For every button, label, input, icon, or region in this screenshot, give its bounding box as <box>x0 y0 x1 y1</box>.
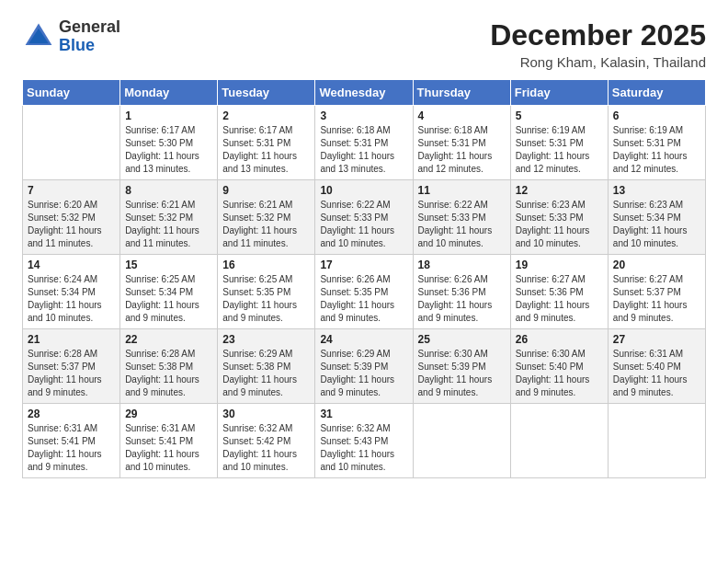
calendar-cell: 26Sunrise: 6:30 AM Sunset: 5:40 PM Dayli… <box>510 329 608 404</box>
day-number: 26 <box>516 333 603 346</box>
calendar-cell: 30Sunrise: 6:32 AM Sunset: 5:42 PM Dayli… <box>218 404 315 478</box>
day-number: 18 <box>418 259 506 271</box>
calendar-cell: 7Sunrise: 6:20 AM Sunset: 5:32 PM Daylig… <box>23 180 120 255</box>
day-number: 23 <box>222 333 310 346</box>
day-info: Sunrise: 6:22 AM Sunset: 5:33 PM Dayligh… <box>320 199 407 250</box>
day-info: Sunrise: 6:29 AM Sunset: 5:39 PM Dayligh… <box>320 348 407 399</box>
calendar-cell: 3Sunrise: 6:18 AM Sunset: 5:31 PM Daylig… <box>315 106 413 180</box>
weekday-header-friday: Friday <box>510 80 608 106</box>
day-info: Sunrise: 6:30 AM Sunset: 5:39 PM Dayligh… <box>418 348 506 399</box>
day-number: 6 <box>613 109 700 122</box>
day-number: 16 <box>222 259 310 271</box>
day-info: Sunrise: 6:26 AM Sunset: 5:35 PM Dayligh… <box>320 273 407 325</box>
calendar-cell <box>23 106 120 180</box>
day-number: 21 <box>28 333 115 346</box>
day-info: Sunrise: 6:31 AM Sunset: 5:41 PM Dayligh… <box>28 422 115 474</box>
page-header: General Blue December 2025 Rong Kham, Ka… <box>22 18 706 70</box>
day-number: 2 <box>222 109 310 122</box>
calendar-cell: 29Sunrise: 6:31 AM Sunset: 5:41 PM Dayli… <box>120 404 218 478</box>
day-number: 31 <box>320 408 407 420</box>
day-info: Sunrise: 6:18 AM Sunset: 5:31 PM Dayligh… <box>320 124 407 176</box>
calendar-cell: 4Sunrise: 6:18 AM Sunset: 5:31 PM Daylig… <box>413 106 510 180</box>
day-number: 25 <box>418 333 506 346</box>
day-info: Sunrise: 6:17 AM Sunset: 5:31 PM Dayligh… <box>222 124 310 176</box>
day-number: 22 <box>125 333 212 346</box>
day-number: 24 <box>320 333 407 346</box>
calendar-cell: 24Sunrise: 6:29 AM Sunset: 5:39 PM Dayli… <box>315 329 413 404</box>
day-number: 8 <box>125 184 212 197</box>
calendar-header-row: SundayMondayTuesdayWednesdayThursdayFrid… <box>23 80 706 106</box>
day-number: 13 <box>613 184 700 197</box>
day-number: 1 <box>125 109 212 122</box>
day-info: Sunrise: 6:23 AM Sunset: 5:33 PM Dayligh… <box>516 199 603 250</box>
day-info: Sunrise: 6:28 AM Sunset: 5:37 PM Dayligh… <box>28 348 115 399</box>
month-title: December 2025 <box>490 18 706 52</box>
day-info: Sunrise: 6:26 AM Sunset: 5:36 PM Dayligh… <box>418 273 506 325</box>
weekday-header-sunday: Sunday <box>23 80 120 106</box>
logo-icon <box>22 20 55 53</box>
weekday-header-wednesday: Wednesday <box>315 80 413 106</box>
day-number: 17 <box>320 259 407 271</box>
calendar-cell: 8Sunrise: 6:21 AM Sunset: 5:32 PM Daylig… <box>120 180 218 255</box>
calendar-cell: 21Sunrise: 6:28 AM Sunset: 5:37 PM Dayli… <box>23 329 120 404</box>
day-info: Sunrise: 6:31 AM Sunset: 5:40 PM Dayligh… <box>613 348 700 399</box>
weekday-header-tuesday: Tuesday <box>218 80 315 106</box>
weekday-header-saturday: Saturday <box>608 80 705 106</box>
day-info: Sunrise: 6:19 AM Sunset: 5:31 PM Dayligh… <box>613 124 700 176</box>
calendar-cell: 17Sunrise: 6:26 AM Sunset: 5:35 PM Dayli… <box>315 255 413 329</box>
day-info: Sunrise: 6:30 AM Sunset: 5:40 PM Dayligh… <box>516 348 603 399</box>
calendar-week-row: 28Sunrise: 6:31 AM Sunset: 5:41 PM Dayli… <box>23 404 706 478</box>
day-number: 7 <box>28 184 115 197</box>
day-info: Sunrise: 6:20 AM Sunset: 5:32 PM Dayligh… <box>28 199 115 250</box>
day-info: Sunrise: 6:29 AM Sunset: 5:38 PM Dayligh… <box>222 348 310 399</box>
day-info: Sunrise: 6:32 AM Sunset: 5:42 PM Dayligh… <box>222 422 310 474</box>
day-info: Sunrise: 6:21 AM Sunset: 5:32 PM Dayligh… <box>125 199 212 250</box>
day-number: 27 <box>613 333 700 346</box>
calendar-cell: 20Sunrise: 6:27 AM Sunset: 5:37 PM Dayli… <box>608 255 705 329</box>
calendar-cell <box>608 404 705 478</box>
day-info: Sunrise: 6:19 AM Sunset: 5:31 PM Dayligh… <box>516 124 603 176</box>
day-info: Sunrise: 6:25 AM Sunset: 5:35 PM Dayligh… <box>222 273 310 325</box>
calendar-cell: 23Sunrise: 6:29 AM Sunset: 5:38 PM Dayli… <box>218 329 315 404</box>
calendar-cell: 1Sunrise: 6:17 AM Sunset: 5:30 PM Daylig… <box>120 106 218 180</box>
calendar-cell: 12Sunrise: 6:23 AM Sunset: 5:33 PM Dayli… <box>510 180 608 255</box>
day-number: 10 <box>320 184 407 197</box>
calendar-table: SundayMondayTuesdayWednesdayThursdayFrid… <box>22 79 706 478</box>
location-title: Rong Kham, Kalasin, Thailand <box>490 54 706 70</box>
calendar-cell: 15Sunrise: 6:25 AM Sunset: 5:34 PM Dayli… <box>120 255 218 329</box>
calendar-cell: 16Sunrise: 6:25 AM Sunset: 5:35 PM Dayli… <box>218 255 315 329</box>
calendar-week-row: 14Sunrise: 6:24 AM Sunset: 5:34 PM Dayli… <box>23 255 706 329</box>
calendar-cell <box>413 404 510 478</box>
day-number: 5 <box>516 109 603 122</box>
day-info: Sunrise: 6:18 AM Sunset: 5:31 PM Dayligh… <box>418 124 506 176</box>
calendar-cell: 9Sunrise: 6:21 AM Sunset: 5:32 PM Daylig… <box>218 180 315 255</box>
calendar-cell: 13Sunrise: 6:23 AM Sunset: 5:34 PM Dayli… <box>608 180 705 255</box>
calendar-week-row: 7Sunrise: 6:20 AM Sunset: 5:32 PM Daylig… <box>23 180 706 255</box>
calendar-cell: 6Sunrise: 6:19 AM Sunset: 5:31 PM Daylig… <box>608 106 705 180</box>
calendar-cell: 31Sunrise: 6:32 AM Sunset: 5:43 PM Dayli… <box>315 404 413 478</box>
day-info: Sunrise: 6:31 AM Sunset: 5:41 PM Dayligh… <box>125 422 212 474</box>
day-info: Sunrise: 6:21 AM Sunset: 5:32 PM Dayligh… <box>222 199 310 250</box>
calendar-cell: 5Sunrise: 6:19 AM Sunset: 5:31 PM Daylig… <box>510 106 608 180</box>
calendar-week-row: 1Sunrise: 6:17 AM Sunset: 5:30 PM Daylig… <box>23 106 706 180</box>
logo: General Blue <box>22 18 120 55</box>
calendar-week-row: 21Sunrise: 6:28 AM Sunset: 5:37 PM Dayli… <box>23 329 706 404</box>
day-number: 3 <box>320 109 407 122</box>
day-number: 11 <box>418 184 506 197</box>
day-info: Sunrise: 6:22 AM Sunset: 5:33 PM Dayligh… <box>418 199 506 250</box>
day-number: 28 <box>28 408 115 420</box>
calendar-cell: 25Sunrise: 6:30 AM Sunset: 5:39 PM Dayli… <box>413 329 510 404</box>
day-info: Sunrise: 6:27 AM Sunset: 5:37 PM Dayligh… <box>613 273 700 325</box>
day-info: Sunrise: 6:24 AM Sunset: 5:34 PM Dayligh… <box>28 273 115 325</box>
calendar-cell <box>510 404 608 478</box>
weekday-header-monday: Monday <box>120 80 218 106</box>
calendar-cell: 27Sunrise: 6:31 AM Sunset: 5:40 PM Dayli… <box>608 329 705 404</box>
day-info: Sunrise: 6:25 AM Sunset: 5:34 PM Dayligh… <box>125 273 212 325</box>
day-number: 14 <box>28 259 115 271</box>
day-number: 12 <box>516 184 603 197</box>
day-info: Sunrise: 6:17 AM Sunset: 5:30 PM Dayligh… <box>125 124 212 176</box>
day-info: Sunrise: 6:27 AM Sunset: 5:36 PM Dayligh… <box>516 273 603 325</box>
calendar-cell: 22Sunrise: 6:28 AM Sunset: 5:38 PM Dayli… <box>120 329 218 404</box>
calendar-cell: 11Sunrise: 6:22 AM Sunset: 5:33 PM Dayli… <box>413 180 510 255</box>
calendar-cell: 18Sunrise: 6:26 AM Sunset: 5:36 PM Dayli… <box>413 255 510 329</box>
